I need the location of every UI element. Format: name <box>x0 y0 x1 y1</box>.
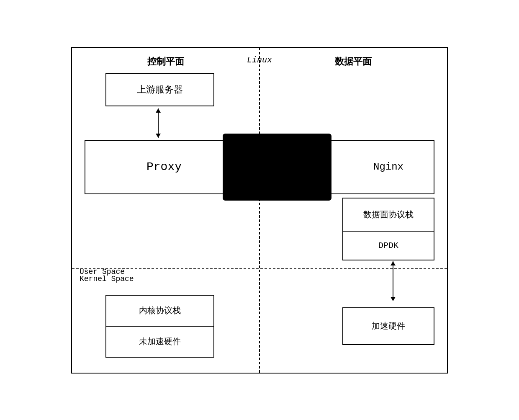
data-stack-label: 数据面协议栈 <box>363 209 414 220</box>
label-proxy: Proxy <box>85 140 244 194</box>
vertical-divider <box>259 48 260 373</box>
box-upstream-server: 上游服务器 <box>105 73 214 106</box>
upstream-server-label: 上游服务器 <box>137 83 183 96</box>
box-data-protocol-stack: 数据面协议栈 <box>342 198 434 231</box>
box-accel-hardware: 加速硬件 <box>342 307 434 345</box>
box-dpdk: DPDK <box>342 231 434 260</box>
proxy-text: Proxy <box>146 160 182 173</box>
box-kernel-protocol-stack: 内核协议栈 <box>105 295 214 326</box>
arrow-upstream-proxy <box>158 108 159 138</box>
label-control-plane: 控制平面 <box>72 55 260 68</box>
label-data-plane: 数据平面 <box>260 55 447 68</box>
label-nginx: Nginx <box>342 140 434 194</box>
accel-hw-label: 加速硬件 <box>372 320 405 332</box>
label-kernel-space: Kernel Space <box>80 275 134 283</box>
kernel-stack-label: 内核协议栈 <box>139 305 181 316</box>
dpdk-label: DPDK <box>378 241 398 250</box>
nginx-text: Nginx <box>373 161 403 173</box>
non-accel-label: 未加速硬件 <box>139 336 181 347</box>
horizontal-divider <box>72 268 447 269</box>
diagram-container: 控制平面 Linux 数据平面 上游服务器 Proxy Nginx 数据面协议栈… <box>71 47 448 374</box>
box-non-accel-hardware: 未加速硬件 <box>105 326 214 358</box>
arrow-dpdk-hw <box>393 261 393 301</box>
